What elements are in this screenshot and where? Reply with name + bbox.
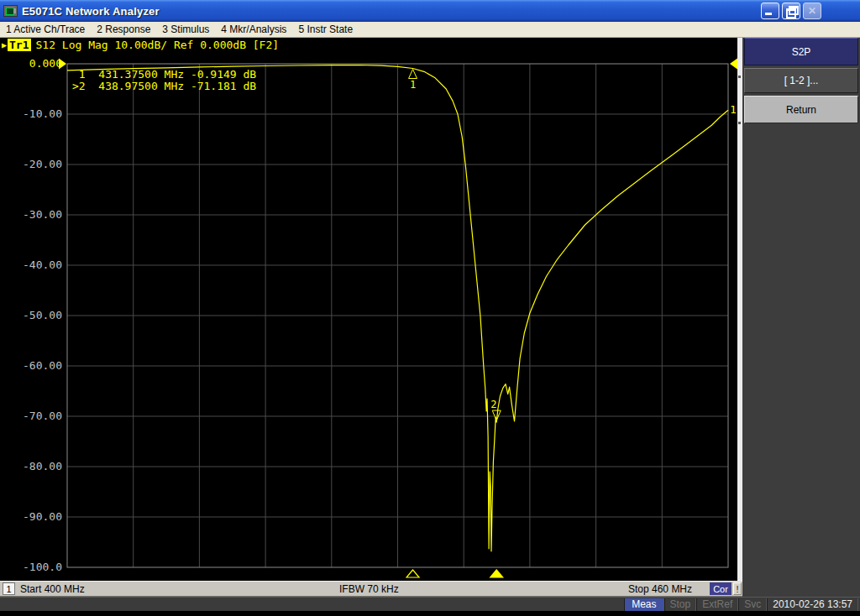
ref-level-pointer-left-icon [59,59,66,70]
svg-text:1: 1 [410,79,416,91]
y-axis-tick-label: -70.00 [23,410,62,422]
alert-indicator: ! [733,582,742,595]
stimulus-status-bar: 1 Start 400 MHz IFBW 70 kHz Stop 460 MHz… [0,581,742,597]
window-controls [761,3,821,19]
y-axis-tick-label: -60.00 [23,359,62,372]
y-axis-tick-label: -10.00 [23,107,62,120]
strip-tick [738,122,741,124]
app-window: E5071C Network Analyzer 1 Active Ch/Trac… [0,0,860,616]
trace-status-bar: ▶ Tr1 S12 Log Mag 10.00dB/ Ref 0.000dB [… [2,38,279,52]
y-axis-tick-label: -20.00 [23,158,62,170]
grid [67,64,728,567]
stop-frequency-label: Stop 460 MHz [628,583,692,595]
instrument-status-bar: Meas Stop ExtRef Svc 2010-02-26 13:57 [0,597,860,611]
softkey-return[interactable]: Return [744,96,858,123]
marker-readout: 1 431.37500 MHz -0.9149 dB >2 438.97500 … [72,69,256,92]
y-axis-tick-label: -30.00 [23,208,62,221]
correction-status-badge: Cor [710,582,732,595]
screen-bottom-edge [0,611,860,616]
y-axis-tick-label: -40.00 [23,258,62,271]
menu-bar: 1 Active Ch/Trace 2 Response 3 Stimulus … [0,22,860,38]
title-bar: E5071C Network Analyzer [0,0,860,22]
instrument-screen: 0.000-10.00-20.00-30.00-40.00-50.00-60.0… [0,38,742,581]
ifbw-label: IFBW 70 kHz [339,583,399,595]
menu-response[interactable]: 2 Response [91,23,156,36]
marker-1-icon[interactable]: 1 [409,69,417,91]
menu-stimulus[interactable]: 3 Stimulus [156,23,215,36]
start-frequency-label: Start 400 MHz [20,583,85,595]
trace-name-badge[interactable]: Tr1 [8,39,30,51]
channel-number-badge: 1 [3,582,15,595]
stop-status: Stop [664,598,697,611]
trace-format-text: S12 Log Mag 10.00dB/ Ref 0.000dB [F2] [36,39,280,51]
minimize-button[interactable] [761,3,779,19]
menu-active-ch-trace[interactable]: 1 Active Ch/Trace [0,23,91,36]
marker-1-stimulus-icon [406,570,419,577]
y-axis-tick-label: -80.00 [23,460,62,472]
y-axis-tick-label: -90.00 [23,510,62,523]
svg-text:2: 2 [490,399,496,410]
app-icon [3,5,18,17]
active-trace-arrow-icon: ▶ [2,40,7,50]
window-title: E5071C Network Analyzer [22,5,160,18]
ref-level-pointer-right-icon [730,59,737,70]
trace-number-label: 1 [730,103,737,116]
y-axis-tick-label: 0.000 [29,57,62,70]
softkey-menu: S2P [ 1-2 ]... Return [742,38,860,597]
datetime-display: 2010-02-26 13:57 [767,598,858,611]
close-button [803,3,821,19]
softkey-menu-title: S2P [744,38,858,65]
menu-instr-state[interactable]: 5 Instr State [292,23,359,36]
marker-2-stimulus-icon [490,570,503,577]
svc-status: Svc [738,598,767,611]
plot-area: 0.000-10.00-20.00-30.00-40.00-50.00-60.0… [0,38,742,581]
softkey-1-2[interactable]: [ 1-2 ]... [744,68,858,93]
meas-status: Meas [624,598,663,611]
restore-button[interactable] [782,3,800,19]
extref-status: ExtRef [696,598,738,611]
menu-mkr-analysis[interactable]: 4 Mkr/Analysis [215,23,292,36]
strip-tick [738,76,741,78]
y-axis-tick-label: -100.0 [23,561,62,573]
y-axis-tick-label: -50.00 [23,309,62,321]
